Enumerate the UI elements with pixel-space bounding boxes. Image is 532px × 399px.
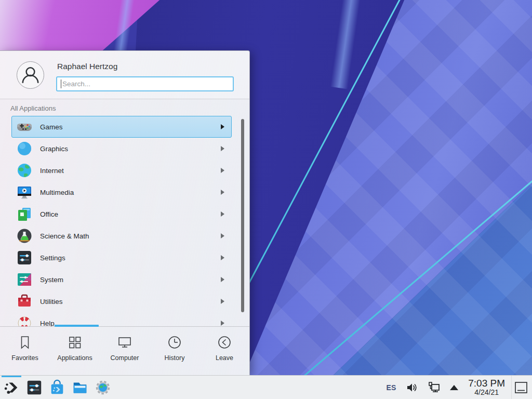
list-item-label: Office <box>40 210 58 218</box>
tab-leave[interactable]: Leave <box>200 327 249 376</box>
application-launcher-menu: Raphael Hertzog All Applications Games <box>0 50 250 375</box>
list-item-label: Utilities <box>40 298 63 305</box>
list-item-utilities[interactable]: Utilities <box>11 290 232 312</box>
user-avatar[interactable] <box>17 61 44 89</box>
submenu-arrow-icon <box>221 190 224 195</box>
user-icon <box>17 62 44 89</box>
list-item-label: Science & Math <box>40 232 89 240</box>
computer-icon <box>117 335 132 350</box>
submenu-arrow-icon <box>221 146 224 151</box>
science-icon <box>16 228 33 244</box>
submenu-arrow-icon <box>221 299 224 304</box>
speaker-icon <box>405 381 418 394</box>
network-tray-item[interactable] <box>423 376 444 399</box>
gamepad-icon <box>16 118 33 135</box>
tab-computer[interactable]: Computer <box>100 327 150 376</box>
system-settings-launcher[interactable] <box>23 376 46 399</box>
tab-favorites[interactable]: Favorites <box>0 327 50 376</box>
submenu-arrow-icon <box>221 168 224 173</box>
tray-expander[interactable] <box>446 376 462 399</box>
application-category-list: Games Graphics Internet <box>0 113 249 326</box>
web-browser-launcher[interactable] <box>91 376 114 399</box>
list-item-label: Settings <box>40 254 65 262</box>
folder-icon <box>71 379 89 396</box>
leave-icon <box>217 335 232 350</box>
list-item-graphics[interactable]: Graphics <box>11 138 232 159</box>
list-item-system[interactable]: System <box>11 269 232 290</box>
list-item-label: Internet <box>40 167 64 175</box>
tab-history[interactable]: History <box>150 327 200 376</box>
globe-icon <box>16 162 33 179</box>
list-item-label: Games <box>40 123 63 131</box>
office-icon <box>16 206 33 222</box>
dolphin-file-manager-launcher[interactable] <box>69 376 91 399</box>
list-item-internet[interactable]: Internet <box>11 159 232 181</box>
user-name: Raphael Hertzog <box>57 62 117 71</box>
search-input[interactable] <box>56 76 234 91</box>
help-icon <box>16 315 33 326</box>
list-item-label: Graphics <box>40 145 68 153</box>
launcher-header: Raphael Hertzog <box>0 51 249 99</box>
submenu-arrow-icon <box>221 277 224 282</box>
submenu-arrow-icon <box>221 211 224 217</box>
settings-icon <box>16 249 33 266</box>
discover-icon <box>48 379 66 396</box>
list-item-office[interactable]: Office <box>11 203 232 225</box>
taskbar-launchers <box>0 376 114 399</box>
list-item-label: Help <box>40 320 55 327</box>
bookmark-icon <box>17 335 33 350</box>
system-tray: ES 7:03 PM 4/24/21 <box>383 376 532 399</box>
submenu-arrow-icon <box>221 233 224 238</box>
discover-launcher[interactable] <box>46 376 69 399</box>
graphics-icon <box>16 140 33 157</box>
network-wired-icon <box>427 381 441 394</box>
system-settings-icon <box>25 379 43 396</box>
keyboard-layout-indicator[interactable]: ES <box>383 376 400 399</box>
list-item-help[interactable]: Help <box>11 312 232 326</box>
list-item-multimedia[interactable]: Multimedia <box>11 181 232 203</box>
kde-launcher-icon <box>3 379 20 396</box>
submenu-arrow-icon <box>221 255 224 260</box>
caret-up-icon <box>450 385 458 390</box>
text-caret <box>61 79 61 88</box>
volume-tray-item[interactable] <box>402 376 421 399</box>
list-item-label: Multimedia <box>40 189 74 196</box>
tab-label: Applications <box>57 354 92 362</box>
history-icon <box>167 335 182 350</box>
digital-clock[interactable]: 7:03 PM 4/24/21 <box>464 378 509 396</box>
section-label: All Applications <box>10 104 56 112</box>
system-icon <box>16 271 33 288</box>
list-item-label: System <box>40 276 63 284</box>
list-item-science-math[interactable]: Science & Math <box>11 225 232 247</box>
tab-label: Leave <box>216 354 233 362</box>
tab-label: Favorites <box>11 354 38 362</box>
utilities-icon <box>16 293 33 310</box>
tab-label: Computer <box>111 354 139 362</box>
submenu-arrow-icon <box>221 124 224 129</box>
list-scrollbar[interactable] <box>241 119 244 312</box>
tab-label: History <box>165 354 185 362</box>
list-item-games[interactable]: Games <box>11 116 232 138</box>
taskbar-panel: ES 7:03 PM 4/24/21 <box>0 375 532 399</box>
clock-date: 4/24/21 <box>474 389 499 396</box>
search-field-wrap <box>56 76 234 91</box>
list-item-settings[interactable]: Settings <box>11 247 232 269</box>
application-launcher-button[interactable] <box>0 376 23 399</box>
globe-gear-icon <box>94 379 112 396</box>
show-desktop-icon <box>514 380 528 395</box>
submenu-arrow-icon <box>221 321 224 326</box>
tab-applications[interactable]: Applications <box>50 327 100 376</box>
show-desktop-button[interactable] <box>511 376 530 399</box>
grid-icon <box>67 335 83 350</box>
clock-time: 7:03 PM <box>468 378 505 389</box>
launcher-tab-bar: Favorites Applications Computer <box>0 327 249 376</box>
multimedia-icon <box>16 184 33 201</box>
